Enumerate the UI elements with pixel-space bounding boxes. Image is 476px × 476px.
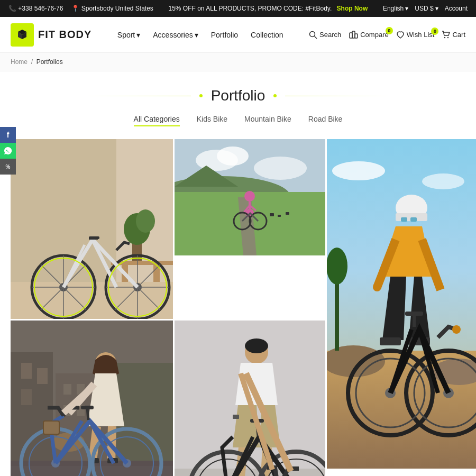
nav-sport[interactable]: Sport ▾ xyxy=(117,31,140,39)
portfolio-item-3[interactable] xyxy=(327,139,476,469)
social-whatsapp-btn[interactable] xyxy=(0,143,16,159)
svg-rect-30 xyxy=(89,236,99,239)
title-line-right xyxy=(285,96,391,96)
svg-point-80 xyxy=(245,338,268,353)
svg-point-5 xyxy=(444,36,445,38)
logo-text: FIT BODY xyxy=(38,29,91,41)
svg-point-56 xyxy=(327,248,347,285)
svg-point-74 xyxy=(373,283,381,291)
svg-rect-85 xyxy=(233,415,239,419)
filter-all[interactable]: All Categories xyxy=(134,115,180,126)
nav-accessories[interactable]: Accessories ▾ xyxy=(153,31,198,39)
social-sidebar: f % xyxy=(0,127,16,175)
shop-now-link[interactable]: Shop Now xyxy=(337,5,368,12)
svg-rect-4 xyxy=(355,34,358,38)
portfolio-section: Portfolio All Categories Kids Bike Mount… xyxy=(0,71,476,476)
portfolio-item-4[interactable] xyxy=(175,321,325,476)
svg-point-50 xyxy=(332,161,385,180)
breadcrumb-home[interactable]: Home xyxy=(11,58,28,66)
svg-rect-99 xyxy=(21,363,32,379)
svg-point-35 xyxy=(254,157,307,180)
portfolio-item-1[interactable] xyxy=(11,139,173,319)
location-label: 📍 Sportsbody United States xyxy=(71,5,153,12)
filter-mountain[interactable]: Mountain Bike xyxy=(244,115,291,126)
social-share-btn[interactable]: % xyxy=(0,159,16,175)
logo[interactable]: FIT BODY xyxy=(11,23,91,47)
portfolio-title: Portfolio xyxy=(211,87,266,104)
header-actions: Search 0 Compare 0 Wish List Cart xyxy=(309,30,465,40)
svg-point-51 xyxy=(422,173,464,189)
filter-kids[interactable]: Kids Bike xyxy=(197,115,227,126)
svg-rect-45 xyxy=(270,213,274,216)
filter-road[interactable]: Road Bike xyxy=(308,115,343,126)
portfolio-item-5[interactable] xyxy=(11,321,173,476)
svg-rect-60 xyxy=(410,217,417,222)
main-nav: Sport ▾ Accessories ▾ Portfolio Collecti… xyxy=(117,31,283,39)
svg-rect-126 xyxy=(43,421,59,434)
compare-badge: 0 xyxy=(386,27,393,34)
top-bar-promo: 15% OFF on ALL PRODUCTS, PROMO CODE: #Fi… xyxy=(153,5,383,12)
breadcrumb-current: Portfolios xyxy=(36,58,63,66)
portfolio-grid xyxy=(11,139,465,476)
svg-point-6 xyxy=(447,36,448,38)
compare-action[interactable]: 0 Compare xyxy=(349,30,388,40)
account-link[interactable]: Account xyxy=(445,5,468,12)
phone-number[interactable]: 📞 +338 546-76-76 xyxy=(8,5,63,12)
svg-rect-63 xyxy=(380,337,401,345)
svg-rect-125 xyxy=(81,406,94,409)
svg-point-15 xyxy=(136,209,155,233)
title-line-left xyxy=(85,96,191,96)
svg-point-39 xyxy=(244,191,255,202)
top-bar-right: English ▾ USD $ ▾ Account xyxy=(383,5,468,12)
title-dot-left xyxy=(199,94,203,97)
svg-point-0 xyxy=(310,31,315,36)
filter-tabs: All Categories Kids Bike Mountain Bike R… xyxy=(11,115,465,126)
wishlist-action[interactable]: 0 Wish List xyxy=(396,31,435,39)
svg-rect-72 xyxy=(405,312,423,316)
svg-rect-100 xyxy=(37,368,48,384)
wishlist-badge: 0 xyxy=(431,28,438,35)
language-selector[interactable]: English ▾ xyxy=(383,5,408,12)
currency-selector[interactable]: USD $ ▾ xyxy=(415,5,438,12)
logo-icon xyxy=(11,23,34,47)
nav-collection[interactable]: Collection xyxy=(251,31,283,39)
search-action[interactable]: Search xyxy=(309,31,341,39)
svg-line-1 xyxy=(315,36,317,39)
svg-rect-47 xyxy=(286,212,289,215)
svg-rect-46 xyxy=(278,215,281,217)
svg-point-73 xyxy=(452,325,461,334)
nav-portfolio[interactable]: Portfolio xyxy=(211,31,238,39)
svg-point-34 xyxy=(217,147,249,166)
top-bar-left: 📞 +338 546-76-76 📍 Sportsbody United Sta… xyxy=(8,5,153,12)
header: FIT BODY Sport ▾ Accessories ▾ Portfolio… xyxy=(0,17,476,53)
breadcrumb: Home / Portfolios xyxy=(0,53,476,71)
cart-action[interactable]: Cart xyxy=(442,31,465,39)
social-facebook-btn[interactable]: f xyxy=(0,127,16,143)
title-dot-right xyxy=(273,94,277,97)
svg-line-124 xyxy=(87,408,88,420)
svg-rect-104 xyxy=(63,384,71,395)
portfolio-title-wrap: Portfolio xyxy=(11,87,465,104)
top-bar: 📞 +338 546-76-76 📍 Sportsbody United Sta… xyxy=(0,0,476,17)
svg-rect-59 xyxy=(401,217,407,222)
svg-rect-101 xyxy=(21,389,32,405)
portfolio-item-2[interactable] xyxy=(175,139,325,255)
